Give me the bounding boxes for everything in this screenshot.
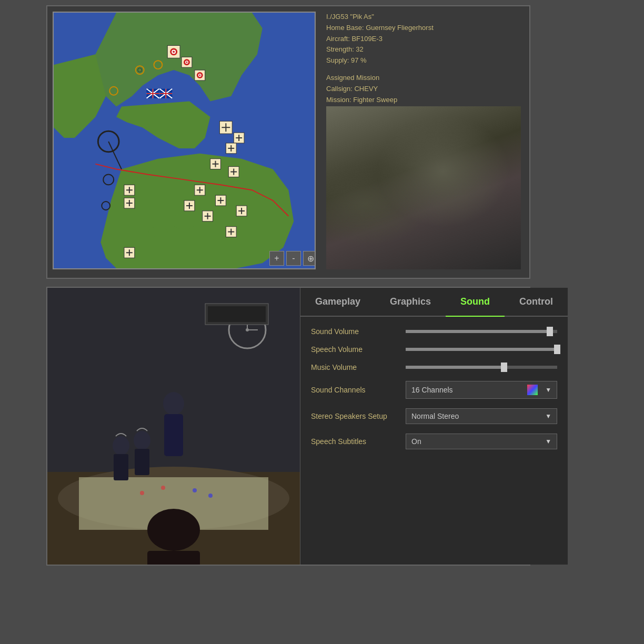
- unit-german: [219, 121, 232, 134]
- tab-graphics[interactable]: Graphics: [375, 288, 446, 317]
- scene-svg: [47, 288, 300, 565]
- svg-rect-98: [135, 449, 149, 475]
- sound-channels-control[interactable]: 16 Channels ▼: [406, 381, 557, 399]
- svg-point-99: [147, 509, 200, 551]
- music-volume-label: Music Volume: [311, 363, 406, 371]
- music-volume-row: Music Volume: [311, 363, 557, 371]
- supply: Supply: 97 %: [326, 55, 521, 66]
- settings-panel: Gameplay Graphics Sound Control Sound Vo…: [300, 288, 568, 565]
- move-button[interactable]: ⊕: [303, 251, 316, 266]
- stereo-speakers-dropdown[interactable]: Normal Stereo ▼: [406, 408, 557, 424]
- sound-volume-control[interactable]: [406, 330, 557, 333]
- speech-volume-slider[interactable]: [406, 348, 557, 351]
- speech-volume-fill: [406, 348, 557, 351]
- svg-rect-92: [208, 306, 266, 322]
- unit-name: I./JG53 "Pik As": [326, 12, 521, 23]
- sound-channels-value: 16 Channels: [411, 386, 453, 394]
- speech-volume-thumb[interactable]: [554, 345, 560, 354]
- sound-channels-dropdown[interactable]: 16 Channels ▼: [406, 381, 557, 399]
- svg-rect-96: [114, 454, 128, 480]
- svg-point-101: [140, 491, 144, 495]
- tab-gameplay[interactable]: Gameplay: [300, 288, 375, 317]
- tabs-bar: Gameplay Graphics Sound Control: [300, 288, 568, 317]
- music-volume-control[interactable]: [406, 366, 557, 369]
- speech-volume-control[interactable]: [406, 348, 557, 351]
- home-base: Home Base: Guernsey Fliegerhorst: [326, 23, 521, 34]
- svg-point-102: [161, 486, 165, 490]
- speech-volume-row: Speech Volume: [311, 345, 557, 354]
- svg-point-97: [134, 431, 150, 450]
- aerial-photo: [326, 106, 521, 269]
- svg-rect-100: [147, 551, 200, 565]
- sound-settings-content: Sound Volume Speech Volume: [300, 317, 568, 469]
- sound-volume-slider[interactable]: [406, 330, 557, 333]
- speech-volume-label: Speech Volume: [311, 345, 406, 354]
- sound-channels-row: Sound Channels 16 Channels ▼: [311, 381, 557, 399]
- sound-channels-arrow: ▼: [545, 386, 551, 394]
- music-volume-thumb[interactable]: [501, 363, 507, 372]
- speech-subtitles-row: Speech Subtitles On ▼: [311, 434, 557, 449]
- map-controls: + - ⊕: [269, 251, 316, 266]
- stereo-speakers-label: Stereo Speakers Setup: [311, 412, 406, 420]
- svg-point-5: [171, 214, 197, 229]
- speech-subtitles-value: On: [411, 437, 421, 446]
- color-indicator: [527, 385, 538, 395]
- music-volume-slider[interactable]: [406, 366, 557, 369]
- sound-volume-thumb[interactable]: [547, 327, 553, 336]
- tab-sound[interactable]: Sound: [446, 288, 505, 317]
- map-area: + - ⊕: [53, 12, 316, 269]
- svg-point-104: [208, 494, 213, 498]
- top-panel: + - ⊕ I./JG53 "Pik As" Home Base: Guerns…: [46, 5, 530, 279]
- sound-volume-row: Sound Volume: [311, 327, 557, 336]
- stereo-speakers-row: Stereo Speakers Setup Normal Stereo ▼: [311, 408, 557, 424]
- svg-point-52: [173, 51, 175, 53]
- aircraft-type: Aircraft: BF109E-3: [326, 34, 521, 45]
- mission-type: Mission: Fighter Sweep: [326, 95, 521, 106]
- scene-photo: [47, 288, 300, 565]
- svg-point-56: [186, 62, 187, 63]
- mission-header: Assigned Mission: [326, 73, 521, 84]
- sound-volume-label: Sound Volume: [311, 327, 406, 336]
- sound-channels-label: Sound Channels: [311, 386, 406, 394]
- music-volume-fill: [406, 366, 504, 369]
- map-svg: [54, 13, 315, 268]
- callsign: Callsign: CHEVY: [326, 84, 521, 95]
- speech-subtitles-arrow: ▼: [545, 438, 551, 445]
- info-panel: I./JG53 "Pik As" Home Base: Guernsey Fli…: [326, 12, 521, 269]
- stereo-speakers-control[interactable]: Normal Stereo ▼: [406, 408, 557, 424]
- scene-photo-content: [47, 288, 300, 565]
- stereo-speakers-arrow: ▼: [545, 412, 551, 420]
- sound-volume-fill: [406, 330, 550, 333]
- speech-subtitles-control[interactable]: On ▼: [406, 434, 557, 449]
- zoom-out-button[interactable]: -: [286, 251, 301, 266]
- svg-point-103: [193, 488, 197, 492]
- tab-control[interactable]: Control: [505, 288, 568, 317]
- stereo-speakers-value: Normal Stereo: [411, 412, 459, 420]
- bottom-panel: Gameplay Graphics Sound Control Sound Vo…: [46, 287, 530, 566]
- speech-subtitles-label: Speech Subtitles: [311, 437, 406, 446]
- zoom-in-button[interactable]: +: [269, 251, 284, 266]
- svg-point-93: [163, 392, 184, 415]
- svg-rect-94: [164, 414, 183, 456]
- svg-point-95: [113, 436, 129, 455]
- speech-subtitles-dropdown[interactable]: On ▼: [406, 434, 557, 449]
- svg-point-60: [199, 75, 200, 76]
- svg-point-6: [149, 227, 168, 237]
- strength: Strength: 32: [326, 44, 521, 55]
